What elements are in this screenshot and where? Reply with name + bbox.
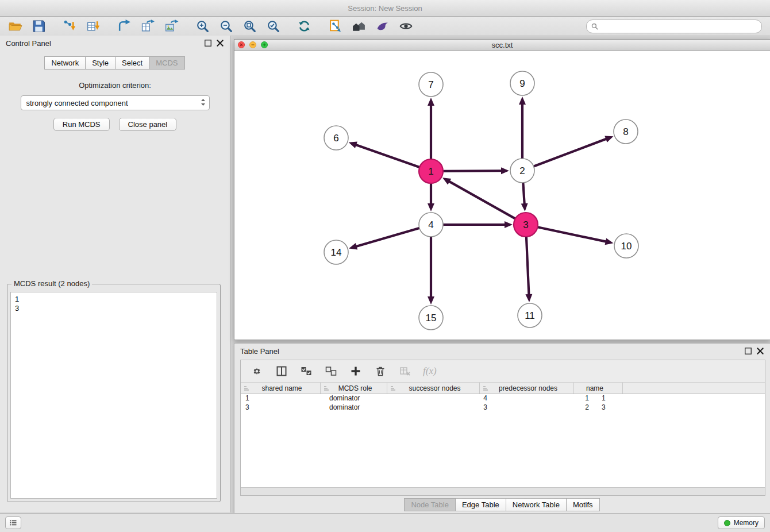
window-close-button[interactable] <box>238 41 245 48</box>
graph-edge-arrowhead <box>428 296 434 304</box>
tab-node-table[interactable]: Node Table <box>404 498 456 511</box>
tab-mcds[interactable]: MCDS <box>149 56 184 70</box>
graph-edge[interactable] <box>538 228 606 242</box>
memory-button[interactable]: Memory <box>718 516 765 529</box>
close-table-panel-button[interactable] <box>756 347 764 355</box>
zoom-fit-button[interactable] <box>241 18 257 34</box>
zoom-selected-button[interactable] <box>265 18 281 34</box>
tab-network[interactable]: Network <box>44 56 86 70</box>
zoom-in-icon <box>195 19 210 33</box>
close-glyph-icon <box>238 42 244 48</box>
network-canvas[interactable]: 7968124314101511 <box>234 51 770 340</box>
delete-table-icon <box>399 365 411 377</box>
apply-layout-button[interactable] <box>327 18 343 34</box>
cell-predecessor-nodes[interactable]: 1 <box>495 394 597 403</box>
zoom-selected-icon <box>266 19 280 33</box>
select-all-columns-button[interactable] <box>299 364 313 378</box>
network-graph[interactable]: 7968124314101511 <box>234 51 769 339</box>
cell-name[interactable]: 1 <box>597 394 650 403</box>
table-row[interactable]: 3 dominator 3 2 3 <box>241 403 765 413</box>
network-view-window: scc.txt 7968124314101511 <box>234 39 770 340</box>
float-table-panel-button[interactable] <box>744 347 752 355</box>
column-header-name[interactable]: name <box>574 383 623 394</box>
criterion-select[interactable]: strongly connected component <box>21 95 210 110</box>
close-panel-button[interactable] <box>216 39 224 47</box>
cell-shared-name[interactable]: 1 <box>241 394 325 403</box>
graph-node-label: 10 <box>621 241 632 252</box>
import-network-button[interactable] <box>61 18 78 34</box>
cell-name[interactable]: 3 <box>597 403 650 413</box>
export-table-button[interactable] <box>140 18 156 34</box>
window-zoom-button[interactable] <box>261 41 268 48</box>
export-network-button[interactable] <box>116 18 132 34</box>
sort-icon <box>483 385 488 391</box>
graph-edge[interactable] <box>526 237 529 294</box>
show-columns-button[interactable] <box>275 364 288 378</box>
table-empty-area <box>241 413 765 487</box>
search-input[interactable] <box>601 21 757 31</box>
table-row[interactable]: 1 dominator 4 1 1 <box>241 394 765 403</box>
paint-swoosh-icon <box>375 19 390 33</box>
tab-style[interactable]: Style <box>85 56 116 70</box>
tab-select[interactable]: Select <box>115 56 149 70</box>
graph-edge-arrowhead <box>349 142 357 148</box>
network-overview-button[interactable] <box>351 18 367 34</box>
tab-edge-table[interactable]: Edge Table <box>455 498 506 511</box>
cell-mcds-role[interactable]: dominator <box>325 403 395 413</box>
run-mcds-button[interactable]: Run MCDS <box>53 118 110 131</box>
search-box[interactable] <box>586 20 762 33</box>
close-panel-action-button[interactable]: Close panel <box>119 118 177 131</box>
cell-successor-nodes[interactable]: 3 <box>395 403 495 413</box>
tab-motifs[interactable]: Motifs <box>566 498 600 511</box>
column-header-predecessor-nodes[interactable]: predecessor nodes <box>480 383 574 394</box>
import-table-button[interactable] <box>85 18 101 34</box>
zoom-in-button[interactable] <box>194 18 210 34</box>
zoom-out-button[interactable] <box>218 18 234 34</box>
columns-icon <box>276 365 287 377</box>
column-header-mcds-role[interactable]: MCDS role <box>321 383 387 394</box>
close-icon <box>756 347 764 355</box>
export-image-button[interactable] <box>163 18 179 34</box>
unchecked-boxes-icon <box>325 365 337 377</box>
refresh-view-button[interactable] <box>296 18 312 34</box>
graph-edge[interactable] <box>449 182 515 218</box>
cell-successor-nodes[interactable]: 4 <box>395 394 495 403</box>
save-session-button[interactable] <box>30 18 47 34</box>
float-panel-button[interactable] <box>204 39 212 47</box>
function-builder-icon[interactable]: f(x) <box>423 365 437 377</box>
table-panel-header: Table Panel <box>234 344 770 358</box>
graph-edge[interactable] <box>534 139 606 166</box>
optimization-criterion-label: Optimization criterion: <box>0 81 230 90</box>
window-minimize-button[interactable] <box>249 41 256 48</box>
graph-edge[interactable] <box>444 171 501 171</box>
graph-edge[interactable] <box>356 145 419 167</box>
unselect-all-columns-button[interactable] <box>324 364 338 378</box>
delete-table-button[interactable] <box>398 364 412 378</box>
sort-icon <box>324 385 329 391</box>
cell-predecessor-nodes[interactable]: 2 <box>495 403 597 413</box>
delete-column-button[interactable] <box>374 364 387 378</box>
cell-mcds-role[interactable]: dominator <box>325 394 395 403</box>
column-header-successor-nodes[interactable]: successor nodes <box>387 383 480 394</box>
show-panels-button[interactable] <box>5 516 21 529</box>
graph-edge[interactable] <box>523 183 524 203</box>
add-column-button[interactable] <box>349 364 363 378</box>
criterion-value: strongly connected component <box>26 99 128 107</box>
network-window-titlebar[interactable]: scc.txt <box>234 40 770 51</box>
result-line: 3 <box>15 304 213 313</box>
show-hide-button[interactable] <box>398 18 414 34</box>
cell-shared-name[interactable]: 3 <box>241 403 325 413</box>
graph-edge[interactable] <box>357 228 419 246</box>
mcds-result-text[interactable]: 1 3 <box>10 292 217 499</box>
horizontal-scrollbar[interactable] <box>241 487 765 495</box>
mcds-result-title: MCDS result (2 nodes) <box>11 279 92 288</box>
trash-icon <box>375 365 386 377</box>
node-table-frame: f(x) shared name MCDS role successor nod… <box>240 360 765 496</box>
open-session-button[interactable] <box>7 18 23 34</box>
column-header-shared-name[interactable]: shared name <box>241 383 321 394</box>
app-title: Session: New Session <box>348 4 422 13</box>
graph-edge-arrowhead <box>525 294 532 302</box>
tab-network-table[interactable]: Network Table <box>506 498 567 511</box>
table-settings-button[interactable] <box>250 364 264 378</box>
style-button[interactable] <box>374 18 390 34</box>
